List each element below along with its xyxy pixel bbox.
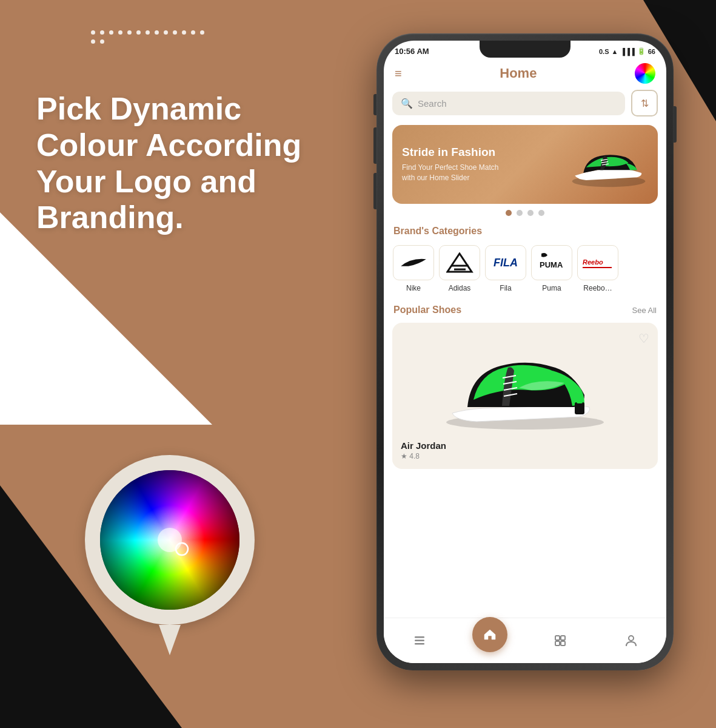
banner-title: Stride in Fashion (402, 146, 569, 159)
reebok-logo-box: Reebo (577, 245, 618, 280)
svg-point-24 (629, 636, 634, 641)
status-time: 10:56 AM (395, 47, 429, 56)
svg-rect-23 (561, 641, 565, 645)
color-wheel-canvas[interactable] (97, 467, 243, 613)
phone-volume-down-button (373, 173, 376, 209)
phone-container: 10:56 AM 0.S ▲ ▐▐▐ 🔋 66 ≡ Home 🔍 (376, 33, 680, 695)
nav-list-button[interactable] (542, 622, 578, 659)
color-wheel-bubble[interactable] (79, 449, 261, 631)
reebok-brand-name: Reebo… (583, 284, 612, 292)
header-title: Home (500, 66, 537, 81)
dot-4 (538, 210, 544, 216)
decorative-dots (91, 30, 212, 44)
phone-power-button (674, 106, 677, 143)
headline-line2: Colour According (36, 127, 301, 163)
search-bar[interactable]: 🔍 Search (392, 92, 625, 115)
shoe-product-image (401, 331, 649, 434)
shoe-rating: ★ 4.8 (401, 452, 649, 460)
search-area: 🔍 Search ⇅ (384, 90, 666, 116)
nav-profile-button[interactable] (613, 622, 649, 659)
brand-nike[interactable]: Nike (392, 245, 435, 292)
brands-section-title: Brand's Categories (384, 226, 666, 237)
left-content: Pick Dynamic Colour According Your Logo … (36, 91, 352, 236)
svg-rect-22 (555, 641, 560, 645)
signal-text: 0.S (599, 48, 609, 55)
phone-notch (480, 41, 570, 58)
adidas-logo-box (439, 245, 480, 280)
popular-section-title: Popular Shoes (393, 305, 461, 315)
svg-rect-19 (415, 643, 424, 645)
color-wheel-container (79, 449, 273, 655)
puma-logo-box: PUMA (531, 245, 572, 280)
bottom-nav (384, 618, 666, 663)
fila-logo-box: FILA (485, 245, 526, 280)
brand-puma[interactable]: PUMA Puma (530, 245, 573, 292)
banner-shoe-image (569, 137, 648, 192)
puma-brand-name: Puma (542, 284, 561, 292)
dot-3 (527, 210, 534, 216)
phone-outer: 10:56 AM 0.S ▲ ▐▐▐ 🔋 66 ≡ Home 🔍 (376, 33, 674, 670)
dot-1 (506, 210, 512, 216)
see-all-button[interactable]: See All (632, 306, 657, 315)
brand-adidas[interactable]: Adidas (438, 245, 481, 292)
svg-rect-21 (561, 636, 565, 640)
phone-volume-up-button (373, 127, 376, 164)
nav-menu-button[interactable] (401, 622, 438, 659)
fila-brand-name: Fila (500, 284, 511, 292)
svg-rect-15 (575, 402, 584, 414)
promo-banner[interactable]: Stride in Fashion Find Your Perfect Shoe… (392, 125, 658, 204)
favorite-icon[interactable]: ♡ (638, 331, 649, 346)
battery-icon: 🔋 (637, 47, 646, 55)
brand-fila[interactable]: FILA Fila (484, 245, 527, 292)
banner-dots-indicator (384, 210, 666, 216)
nav-home-button[interactable] (472, 617, 507, 652)
filter-icon: ⇅ (641, 98, 649, 109)
brands-row: Nike Adidas FILA (384, 245, 666, 292)
search-icon: 🔍 (401, 98, 413, 109)
battery-level: 66 (648, 48, 655, 55)
signal-bars-icon: ▐▐▐ (620, 48, 634, 55)
shoe-product-name: Air Jordan (401, 440, 649, 451)
shoe-product-card[interactable]: ♡ (392, 323, 658, 469)
svg-rect-18 (415, 640, 424, 642)
nike-logo-box (393, 245, 434, 280)
hamburger-icon[interactable]: ≡ (395, 67, 402, 81)
wifi-icon: ▲ (611, 48, 618, 55)
color-picker-icon[interactable] (635, 63, 655, 84)
svg-rect-17 (415, 636, 424, 638)
search-placeholder: Search (418, 98, 447, 109)
svg-rect-16 (577, 400, 583, 403)
filter-button[interactable]: ⇅ (631, 90, 658, 116)
nike-brand-name: Nike (406, 284, 421, 292)
headline: Pick Dynamic Colour According Your Logo … (36, 91, 352, 236)
brand-reebok[interactable]: Reebo Reebo… (577, 245, 619, 292)
app-header: ≡ Home (384, 58, 666, 90)
svg-text:PUMA: PUMA (540, 260, 563, 269)
svg-rect-20 (555, 636, 560, 640)
banner-text: Stride in Fashion Find Your Perfect Shoe… (402, 146, 569, 183)
popular-header: Popular Shoes See All (384, 305, 666, 315)
phone-mute-button (373, 94, 376, 115)
adidas-brand-name: Adidas (449, 284, 471, 292)
banner-subtitle: Find Your Perfect Shoe Matchwith our Hom… (402, 163, 569, 183)
headline-line3: Your Logo and Branding. (36, 164, 256, 235)
headline-line1: Pick Dynamic (36, 91, 241, 126)
phone-screen: 10:56 AM 0.S ▲ ▐▐▐ 🔋 66 ≡ Home 🔍 (384, 41, 666, 663)
dot-2 (517, 210, 523, 216)
status-icons: 0.S ▲ ▐▐▐ 🔋 66 (599, 47, 655, 55)
svg-text:Reebo: Reebo (583, 258, 603, 266)
